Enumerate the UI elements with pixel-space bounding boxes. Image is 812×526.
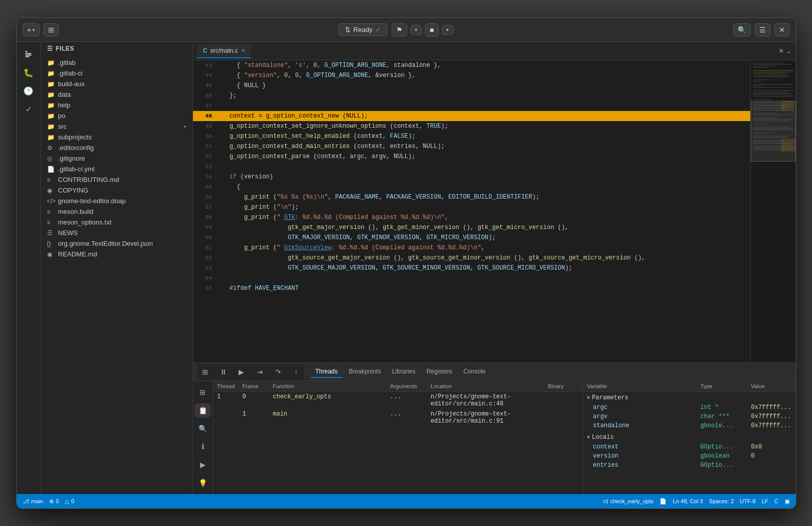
tab-close-icon[interactable]: ✕	[241, 48, 245, 53]
main-window: + ▾ ⊞ ⇅ Ready ✓ ⚑ ▾ ■	[16, 17, 796, 509]
file-item-readme[interactable]: ◉ README.md	[41, 249, 192, 259]
svg-rect-12	[753, 77, 788, 77]
debug-tab-breakpoints[interactable]: Breakpoints	[344, 366, 386, 378]
files-icon[interactable]	[20, 46, 36, 62]
layout-button[interactable]: ⊞	[44, 23, 59, 36]
file-item-subprojects[interactable]: 📁 subprojects	[41, 132, 192, 142]
file-item-copying[interactable]: ◉ COPYING	[41, 185, 192, 196]
run-button[interactable]: ⚑	[392, 23, 407, 36]
file-icon: 📄	[660, 498, 667, 505]
svg-rect-16	[753, 86, 763, 86]
close-button[interactable]: ✕	[775, 23, 790, 36]
file-item-gitlab[interactable]: 📁 .gitlab	[41, 57, 192, 68]
var-item-argc[interactable]: argc int * 0x7fffff...	[583, 403, 796, 412]
line-ending-status[interactable]: LF	[762, 498, 768, 504]
var-item-entries[interactable]: entries GOptio...	[583, 461, 796, 470]
code-line: { "standalone", 's', 0, G_OPTION_ARG_NON…	[218, 60, 750, 70]
var-group-params[interactable]: ▼ Parameters	[583, 393, 796, 403]
file-item-meson-options[interactable]: ≡ meson_options.txt	[41, 217, 192, 228]
debug-tab-console[interactable]: Console	[458, 366, 491, 378]
file-item-data[interactable]: 📁 data	[41, 89, 192, 100]
close-icon: ✕	[779, 26, 785, 34]
file-item-gitlab-ci[interactable]: 📁 .gitlab-ci	[41, 68, 192, 79]
code-line: };	[218, 91, 750, 101]
status-badge[interactable]: ⇅ Ready ✓	[338, 23, 388, 36]
debug-layout-icon[interactable]: ⊞	[197, 364, 213, 380]
debug-icon[interactable]: 🐛	[20, 64, 36, 81]
file-icon-status[interactable]: 📄	[660, 498, 667, 505]
code-line: gtk_source_get_major_version (), gtk_sou…	[218, 253, 750, 263]
file-item-editorconfig[interactable]: ⚙ .editorconfig	[41, 142, 192, 153]
file-item-doap[interactable]: </> gnome-text-editor.doap	[41, 196, 192, 206]
debug-pause-icon[interactable]: ⏸	[215, 364, 231, 380]
editor-tab-end: ✕ ⌄	[779, 47, 792, 55]
tab-close-right-icon[interactable]: ✕	[779, 47, 784, 55]
file-item-po[interactable]: 📁 po	[41, 110, 192, 121]
var-group-locals[interactable]: ▼ Locals	[583, 432, 796, 442]
debug-tabs: Threads Breakpoints Libraries Registers	[311, 366, 491, 378]
table-row[interactable]: 1 0 check_early_opts ... n/Projects/gnom…	[213, 392, 583, 409]
menu-button[interactable]: ☰	[755, 23, 770, 36]
func-status[interactable]: ⊃| check_early_opts	[602, 498, 653, 505]
file-item-news[interactable]: ☰ NEWS	[41, 228, 192, 238]
list-icon: ☰	[47, 230, 55, 237]
branch-status[interactable]: ⎇ main	[23, 498, 44, 505]
file-item-help[interactable]: 📁 help	[41, 100, 192, 110]
code-line: g_option_context_set_ignore_unknown_opti…	[218, 121, 750, 131]
debug-step-out-icon[interactable]: ↑	[288, 364, 304, 380]
svg-rect-6	[753, 66, 776, 66]
git-icon: ◎	[47, 155, 55, 162]
language-status[interactable]: C	[775, 498, 779, 504]
file-item-gitlab-ci-yml[interactable]: 📄 .gitlab-ci.yml	[41, 164, 192, 174]
file-item-meson-build[interactable]: ≡ meson.build	[41, 206, 192, 217]
encoding-status[interactable]: UTF-8	[740, 498, 756, 504]
var-item-argv[interactable]: argv char *** 0x7fffff...	[583, 412, 796, 421]
debug-tab-registers[interactable]: Registers	[421, 366, 457, 378]
debug-tab-threads[interactable]: Threads	[311, 366, 343, 378]
file-item-src[interactable]: 📁 src ●	[41, 121, 192, 132]
svg-rect-7	[753, 67, 768, 68]
file-item-json[interactable]: {} org.gnome.TextEditor.Devel.json	[41, 238, 192, 249]
file-item-contributing[interactable]: ≡ CONTRIBUTING.md	[41, 174, 192, 185]
line-numbers: 43 44 45 46 47 48 49 50 51 52 53 54	[193, 60, 218, 362]
search-button[interactable]: 🔍	[733, 23, 751, 36]
debug-side-info[interactable]: ℹ	[195, 439, 211, 454]
debug-side-search[interactable]: 🔍	[195, 422, 211, 436]
code-editor[interactable]: 43 44 45 46 47 48 49 50 51 52 53 54	[193, 60, 750, 362]
debug-side-light[interactable]: 💡	[195, 476, 211, 490]
var-item-context[interactable]: context GOptio... 0x0	[583, 442, 796, 452]
todo-icon[interactable]: ✓	[20, 101, 36, 117]
run-dropdown[interactable]: ▾	[410, 25, 422, 35]
debug-side-run[interactable]: ▶	[195, 458, 211, 472]
spaces-status[interactable]: Spaces: 2	[709, 498, 734, 504]
debug-step-over-icon[interactable]: ↷	[270, 364, 286, 380]
circle-c-icon: ◉	[47, 187, 55, 194]
stop-button[interactable]: ■	[425, 23, 438, 36]
add-button[interactable]: + ▾	[23, 23, 40, 36]
debug-step-into-icon[interactable]: ⇥	[252, 364, 268, 380]
stop-icon: ■	[430, 26, 434, 34]
var-item-version[interactable]: version gboolean 0	[583, 452, 796, 461]
table-row[interactable]: 1 main ... n/Projects/gnome-text-editor/…	[213, 409, 583, 426]
position-status[interactable]: Ln 48, Col 3	[673, 498, 703, 504]
debug-side-thread[interactable]: 📋	[195, 403, 211, 418]
file-item-build-aux[interactable]: 📁 build-aux	[41, 79, 192, 89]
var-item-standalone[interactable]: standalone gboole... 0x7fffff...	[583, 421, 796, 430]
warnings-status[interactable]: △ 0	[65, 498, 74, 505]
editor-tab-main-c[interactable]: C src/main.c ✕	[197, 44, 251, 58]
errors-status[interactable]: ⊗ 0	[49, 498, 59, 505]
debug-tab-libraries[interactable]: Libraries	[387, 366, 420, 378]
status-label: Ready	[354, 26, 373, 33]
code-line	[218, 273, 750, 283]
debug-continue-icon[interactable]: ▶	[234, 364, 250, 380]
line-num-48: 48	[193, 111, 218, 121]
debug-table-header: Thread Frame Function Arguments Location…	[213, 381, 583, 392]
file-item-gitignore[interactable]: ◎ .gitignore	[41, 153, 192, 164]
tab-chevron-icon[interactable]: ⌄	[786, 47, 792, 55]
code-line: g_option_context_set_help_enabled (conte…	[218, 131, 750, 141]
stop-dropdown[interactable]: ▾	[442, 25, 453, 35]
editor-area: 43 44 45 46 47 48 49 50 51 52 53 54	[193, 60, 796, 362]
layout-status[interactable]: ▣	[785, 498, 790, 505]
debug-side-layout[interactable]: ⊞	[195, 385, 211, 399]
history-icon[interactable]: 🕐	[20, 83, 36, 99]
